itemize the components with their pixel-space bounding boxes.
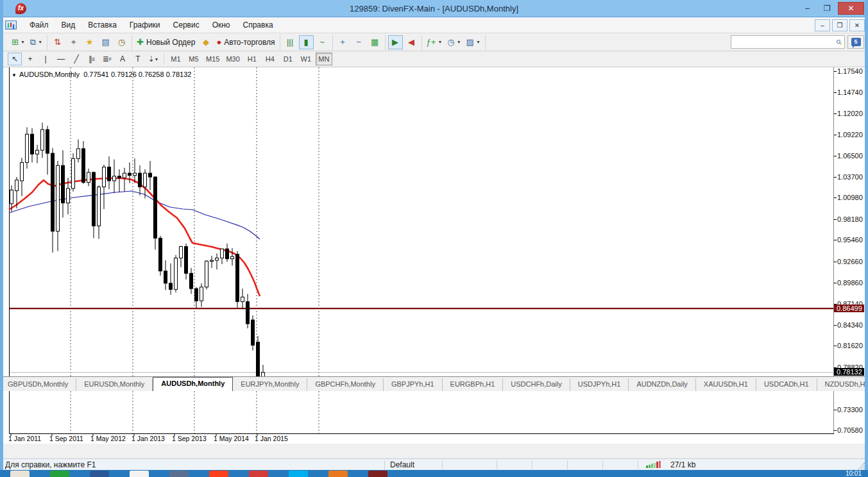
- chart-tab-gbpjpyh[interactable]: GBPJPYh,H1: [384, 378, 443, 391]
- channel-tool[interactable]: ∥E: [85, 53, 99, 65]
- chevron-down-icon: ▼: [476, 40, 481, 44]
- taskbar-icon-explorer[interactable]: [10, 471, 30, 477]
- chart-tab-nzdusdh[interactable]: NZDUSDh,H1: [817, 378, 868, 391]
- auto-scroll-button[interactable]: ▶: [388, 35, 403, 49]
- candle: [246, 294, 250, 328]
- crosshair-tool[interactable]: +: [23, 53, 37, 65]
- horizontal-line-tool[interactable]: —: [54, 53, 68, 65]
- taskbar-icon-skype[interactable]: [289, 471, 308, 477]
- taskbar-icon-red-app[interactable]: [249, 471, 268, 477]
- menu-item-2[interactable]: Вставка: [81, 18, 123, 32]
- chart-tab-eurjpyh[interactable]: EURJPYh,Monthly: [233, 378, 307, 391]
- status-profile[interactable]: Default: [385, 460, 443, 469]
- taskbar-icon-metatrader[interactable]: [408, 471, 427, 477]
- autotrading-button[interactable]: ●Авто-торговля: [214, 35, 277, 49]
- taskbar-icon-orange-app[interactable]: [328, 471, 348, 477]
- chart-tab-xauusdh[interactable]: XAUUSDh,H1: [696, 378, 756, 391]
- text-tool[interactable]: A: [115, 53, 130, 65]
- candle: [200, 283, 203, 307]
- profiles-button[interactable]: ⧉▼: [28, 35, 44, 49]
- chart-symbol-info[interactable]: ▼AUDUSDh,Monthly 0.77541 0.79126 0.76258…: [12, 71, 191, 78]
- menu-item-0[interactable]: Файл: [23, 18, 55, 32]
- fibonacci-tool[interactable]: ≣F: [100, 53, 114, 65]
- chart-tab-audnzdh[interactable]: AUDNZDh,Daily: [629, 378, 695, 391]
- timeframe-m5-button[interactable]: M5: [185, 53, 202, 65]
- menu-item-4[interactable]: Сервис: [167, 18, 206, 32]
- chart-tabs-bar: GBPUSDh,MonthlyEURUSDh,MonthlyAUDUSDh,Mo…: [0, 376, 868, 391]
- chart-tab-usdchfh[interactable]: USDCHFh,Daily: [503, 378, 570, 391]
- templates-button[interactable]: ▨▼: [464, 35, 482, 49]
- zoom-in-button[interactable]: +: [336, 35, 350, 49]
- menu-item-3[interactable]: Графики: [123, 18, 167, 32]
- line-chart-button[interactable]: ~: [315, 35, 330, 49]
- timeframe-d1-button[interactable]: D1: [280, 53, 296, 65]
- strategy-tester-button[interactable]: ◷: [114, 35, 129, 49]
- favorites-button[interactable]: ★: [82, 35, 97, 49]
- timeframe-h4-button[interactable]: H4: [262, 53, 278, 65]
- taskbar-icon-green-app[interactable]: [50, 471, 69, 477]
- timeframe-m15-button[interactable]: M15: [203, 53, 222, 65]
- line-chart-icon: ~: [319, 37, 325, 47]
- chart-tab-gbpusdh[interactable]: GBPUSDh,Monthly: [0, 378, 76, 391]
- chart-tab-eurgbph[interactable]: EURGBPh,H1: [443, 378, 504, 391]
- connection-signal-icon: [646, 461, 661, 468]
- indicators-button[interactable]: ƒ+▼: [425, 35, 445, 49]
- text-label-tool[interactable]: T: [131, 53, 145, 65]
- menu-item-6[interactable]: Справка: [237, 18, 280, 32]
- chart-ohlc-values: 0.77541 0.79126 0.76258 0.78132: [83, 71, 191, 78]
- timeframe-h1-button[interactable]: H1: [244, 53, 260, 65]
- menu-item-1[interactable]: Вид: [55, 18, 82, 32]
- mql-wizard-button[interactable]: ◆: [198, 35, 213, 49]
- price-axis-label: 1.03700: [837, 173, 867, 181]
- taskbar-icon-yandex[interactable]: [209, 471, 228, 477]
- search-input[interactable]: [731, 37, 836, 47]
- cursor-tool[interactable]: ↖: [8, 53, 22, 65]
- new-order-button[interactable]: ✚Новый Ордер: [135, 35, 197, 49]
- menu-item-5[interactable]: Окно: [206, 18, 237, 32]
- candle: [139, 165, 142, 196]
- trendline-tool[interactable]: ╱: [69, 53, 83, 65]
- timeframe-m1-button[interactable]: M1: [167, 53, 184, 65]
- periods-button[interactable]: ◷▼: [445, 35, 463, 49]
- status-help-text: Для справки, нажмите F1: [0, 460, 385, 469]
- community-chat-button[interactable]: 5: [847, 35, 864, 49]
- chart-tab-usdjpyh[interactable]: USDJPYh,H1: [570, 378, 629, 391]
- mdi-restore-button[interactable]: ❐: [832, 19, 847, 31]
- taskbar-icon-chrome[interactable]: [130, 471, 149, 477]
- strategy-tester-icon: ◷: [118, 37, 125, 47]
- candle: [180, 246, 183, 267]
- search-icon[interactable]: [836, 37, 842, 47]
- time-axis-label: 1 May 2014: [214, 435, 249, 442]
- chart-tab-usdcadh[interactable]: USDCADh,H1: [756, 378, 817, 391]
- candlestick-chart-button[interactable]: ▮: [299, 35, 314, 49]
- zoom-out-button[interactable]: −: [352, 35, 366, 49]
- chart-tab-audusdh[interactable]: AUDUSDh,Monthly: [153, 377, 233, 391]
- window-minimize-button[interactable]: –: [798, 2, 817, 15]
- taskbar-icon-darkred-app[interactable]: [368, 471, 387, 477]
- chart-tab-eurusdh[interactable]: EURUSDh,Monthly: [76, 378, 153, 391]
- window-close-button[interactable]: ✕: [838, 2, 864, 15]
- timeframe-w1-button[interactable]: W1: [298, 53, 314, 65]
- candle: [26, 128, 29, 169]
- window-maximize-button[interactable]: ❐: [818, 2, 837, 15]
- metatrader-window: fx 129859: DivenFX-Main - [AUDUSDh,Month…: [0, 0, 868, 470]
- vertical-line-tool[interactable]: |: [38, 53, 53, 65]
- new-chart-button[interactable]: ⊞▼: [10, 35, 27, 49]
- chart-shift-button[interactable]: ◀: [404, 35, 419, 49]
- timeframe-m30-button[interactable]: M30: [223, 53, 242, 65]
- chart-window-icon[interactable]: [5, 21, 17, 29]
- candle: [72, 153, 75, 192]
- bar-chart-button[interactable]: |||: [283, 35, 298, 49]
- chevron-down-icon: ▼: [12, 72, 17, 78]
- mdi-minimize-button[interactable]: –: [815, 19, 830, 31]
- tile-windows-button[interactable]: ▦: [368, 35, 382, 49]
- taskbar-icon-gray-app[interactable]: [169, 471, 189, 477]
- arrows-tool[interactable]: ⇣ ▼: [146, 53, 160, 65]
- data-window-button[interactable]: ▤: [98, 35, 113, 49]
- mdi-close-button[interactable]: ✕: [849, 19, 865, 31]
- chart-tab-gbpchfh[interactable]: GBPCHFh,Monthly: [307, 378, 384, 391]
- taskbar-icon-word[interactable]: [90, 471, 109, 477]
- navigator-button[interactable]: ⌖: [66, 35, 81, 49]
- timeframe-mn-button[interactable]: MN: [316, 53, 332, 65]
- market-watch-button[interactable]: ⇅: [50, 35, 65, 49]
